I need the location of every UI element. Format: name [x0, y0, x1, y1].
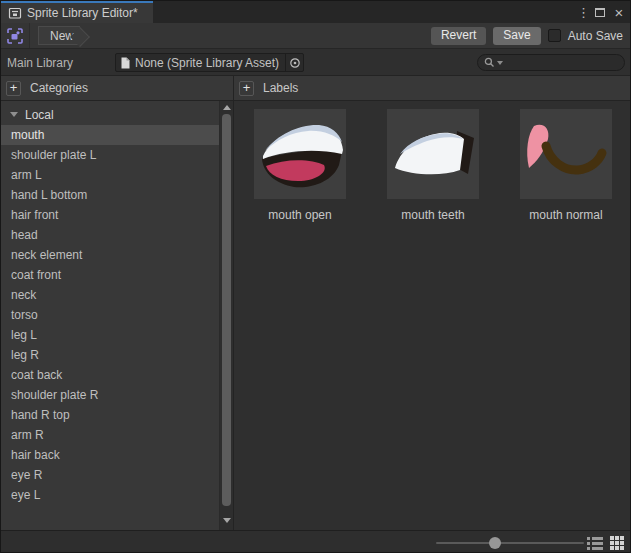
sprite-library-asset-icon: [7, 28, 23, 44]
category-item[interactable]: head: [1, 225, 219, 245]
scroll-down-icon[interactable]: [223, 518, 231, 523]
local-foldout[interactable]: Local: [1, 104, 219, 125]
category-item[interactable]: hair front: [1, 205, 219, 225]
categories-panel: Local mouth shoulder plate L arm L hand …: [1, 101, 234, 530]
add-label-button[interactable]: +: [239, 81, 254, 96]
sprite-label: mouth teeth: [401, 208, 464, 222]
asset-file-icon: [120, 57, 131, 69]
list-view-icon[interactable]: [587, 536, 603, 550]
scrollbar-thumb[interactable]: [222, 114, 231, 506]
category-item[interactable]: coat back: [1, 365, 219, 385]
tab-strip: Sprite Library Editor* ⋮ ×: [1, 1, 630, 23]
search-filter-caret-icon[interactable]: [497, 61, 503, 65]
labels-header: + Labels: [234, 76, 630, 100]
labels-panel: mouth open mouth teeth: [234, 101, 630, 530]
category-item[interactable]: neck element: [1, 245, 219, 265]
category-item[interactable]: eye R: [1, 465, 219, 485]
save-button[interactable]: Save: [493, 27, 540, 45]
object-field-value: None (Sprite Library Asset): [135, 56, 285, 70]
maximize-icon[interactable]: [595, 8, 605, 17]
auto-save-label: Auto Save: [568, 29, 623, 43]
sprites-grid: mouth open mouth teeth: [234, 101, 630, 222]
object-picker-icon: [289, 57, 301, 69]
thumbnail-size-slider[interactable]: [436, 531, 584, 553]
add-category-button[interactable]: +: [6, 81, 21, 96]
scroll-up-icon[interactable]: [223, 105, 231, 110]
sprite-label: mouth normal: [529, 208, 602, 222]
close-icon[interactable]: ×: [613, 5, 625, 20]
category-item[interactable]: leg L: [1, 325, 219, 345]
object-picker-button[interactable]: [285, 54, 303, 71]
main-library-row: Main Library None (Sprite Library Asset): [1, 49, 630, 76]
categories-header-label: Categories: [30, 81, 88, 95]
categories-scrollbar[interactable]: [219, 101, 233, 530]
sprite-cell-mouth-normal[interactable]: mouth normal: [520, 109, 612, 222]
sprite-image-mouth-normal[interactable]: [520, 109, 612, 199]
sprite-library-window-icon: [8, 6, 22, 20]
category-item[interactable]: arm R: [1, 425, 219, 445]
category-item[interactable]: hand L bottom: [1, 185, 219, 205]
bottom-bar: [1, 530, 630, 553]
category-item[interactable]: shoulder plate L: [1, 145, 219, 165]
search-input[interactable]: [505, 57, 618, 69]
category-item[interactable]: hair back: [1, 445, 219, 465]
search-field[interactable]: [477, 54, 625, 71]
sprite-library-editor-window: Sprite Library Editor* ⋮ × New Revert Sa…: [0, 0, 631, 553]
foldout-arrow-icon: [10, 112, 18, 117]
grid-view-icon[interactable]: [610, 536, 624, 550]
breadcrumb-new[interactable]: New: [38, 26, 80, 45]
sprite-library-asset-button[interactable]: [1, 23, 30, 48]
sprite-image-mouth-teeth[interactable]: [387, 109, 479, 199]
slider-track[interactable]: [436, 542, 584, 544]
tab-title: Sprite Library Editor*: [27, 6, 138, 20]
search-icon: [484, 57, 495, 68]
category-item[interactable]: eye L: [1, 485, 219, 505]
category-item[interactable]: shoulder plate R: [1, 385, 219, 405]
toolbar-right: Revert Save Auto Save: [431, 27, 630, 45]
local-foldout-label: Local: [25, 108, 54, 122]
sprite-image-mouth-open[interactable]: [254, 109, 346, 199]
thumbnail-size-slider-thumb[interactable]: [489, 537, 501, 549]
sprite-label: mouth open: [268, 208, 331, 222]
toolbar: New Revert Save Auto Save: [1, 23, 630, 49]
labels-header-label: Labels: [263, 81, 298, 95]
editor-body: Local mouth shoulder plate L arm L hand …: [1, 101, 630, 530]
category-item[interactable]: leg R: [1, 345, 219, 365]
category-item-mouth[interactable]: mouth: [1, 125, 219, 145]
window-menu-icon[interactable]: ⋮: [577, 6, 587, 19]
categories-list: Local mouth shoulder plate L arm L hand …: [1, 101, 219, 530]
tab-sprite-library-editor[interactable]: Sprite Library Editor*: [1, 1, 153, 23]
revert-button[interactable]: Revert: [431, 27, 486, 45]
category-item[interactable]: torso: [1, 305, 219, 325]
sprite-cell-mouth-open[interactable]: mouth open: [254, 109, 346, 222]
panel-headers: + Categories + Labels: [1, 76, 630, 101]
auto-save-checkbox[interactable]: [548, 29, 561, 42]
main-library-object-field[interactable]: None (Sprite Library Asset): [115, 53, 304, 72]
window-controls: ⋮ ×: [577, 1, 625, 23]
breadcrumb-label: New: [50, 29, 74, 43]
categories-header: + Categories: [1, 76, 234, 100]
category-item[interactable]: hand R top: [1, 405, 219, 425]
main-library-label: Main Library: [7, 56, 73, 70]
category-item[interactable]: coat front: [1, 265, 219, 285]
sprite-cell-mouth-teeth[interactable]: mouth teeth: [387, 109, 479, 222]
category-item[interactable]: neck: [1, 285, 219, 305]
category-item[interactable]: arm L: [1, 165, 219, 185]
view-mode-buttons: [587, 536, 624, 550]
